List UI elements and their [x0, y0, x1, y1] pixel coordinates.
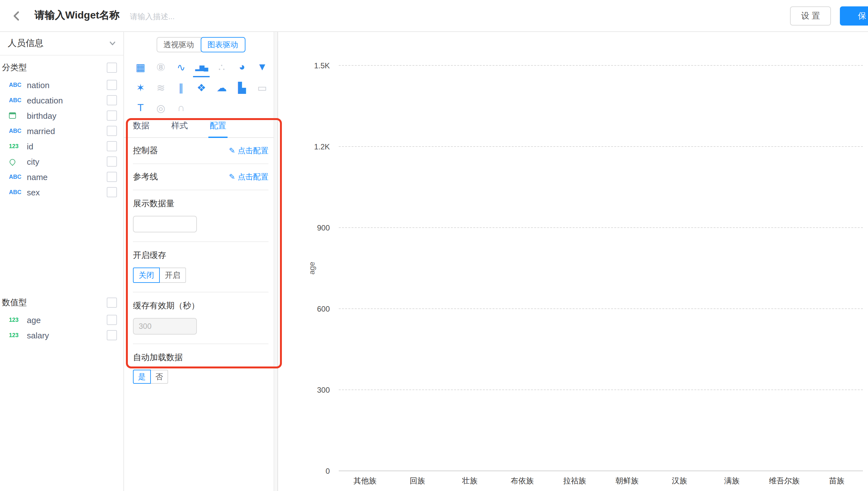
category-select-all-checkbox[interactable]: [107, 63, 117, 73]
chart-type-gauge-icon[interactable]: ◎: [151, 99, 171, 116]
field-name: age: [27, 315, 107, 325]
widget-name-input[interactable]: 请输入Widget名称: [34, 9, 119, 22]
field-row-married[interactable]: ABCmarried: [0, 123, 124, 139]
tab-data[interactable]: 数据: [132, 120, 151, 137]
x-tick-label: 壮族: [443, 476, 496, 487]
edit-icon: ✎: [229, 146, 235, 155]
field-checkbox-married[interactable]: [107, 126, 117, 136]
y-axis-title: age: [307, 262, 317, 275]
chart-type-sankey-icon[interactable]: ≋: [151, 79, 171, 96]
pivot-drive-button[interactable]: 透视驱动: [156, 37, 201, 52]
display-count-section: 展示数据量: [133, 190, 268, 242]
field-row-age[interactable]: 123age: [0, 312, 124, 327]
x-tick-label: 朝鲜族: [601, 476, 653, 487]
field-row-city[interactable]: city: [0, 154, 124, 169]
edit-icon: ✎: [229, 172, 235, 181]
header-actions: 设 置 保 存: [790, 6, 868, 25]
controller-configure-link[interactable]: ✎ 点击配置: [229, 145, 268, 156]
field-type-ABC-icon: ABC: [9, 189, 26, 195]
field-checkbox-sex[interactable]: [107, 187, 117, 197]
tab-style[interactable]: 样式: [170, 120, 189, 137]
chart-type-iframe-icon[interactable]: ▭: [252, 79, 272, 96]
field-row-nation[interactable]: ABCnation: [0, 77, 124, 93]
widget-description-input[interactable]: 请输入描述...: [130, 11, 174, 22]
tab-config[interactable]: 配置: [208, 120, 227, 138]
chart-type-scorecard-icon[interactable]: ⑧: [151, 59, 171, 75]
field-type-123-icon: 123: [9, 317, 26, 323]
field-row-salary[interactable]: 123salary: [0, 327, 124, 343]
field-checkbox-nation[interactable]: [107, 80, 117, 90]
field-type-ABC-icon: ABC: [9, 97, 26, 104]
widget-editor: 请输入Widget名称 请输入描述... 设 置 保 存 人员信息 分类型 AB…: [0, 0, 868, 491]
chart-type-wordcloud-icon[interactable]: ☁: [212, 79, 232, 96]
field-checkbox-name[interactable]: [107, 172, 117, 182]
field-name: id: [27, 141, 107, 151]
chart-drive-button[interactable]: 图表驱动: [200, 37, 245, 52]
autoload-yes-button[interactable]: 是: [133, 370, 151, 384]
field-name: married: [27, 126, 107, 136]
field-name: salary: [27, 330, 107, 340]
bar-chart-plot: 03006009001.2K1.5K其他族回族壮族布依族拉祜族朝鲜族汉族满族维吾…: [339, 66, 863, 471]
x-tick-label: 苗族: [811, 476, 863, 487]
field-checkbox-age[interactable]: [107, 315, 117, 325]
autoload-toggle-group: 是否: [133, 370, 268, 384]
view-selector[interactable]: 人员信息: [0, 32, 124, 56]
x-tick-label: 拉祜族: [548, 476, 601, 487]
cache-toggle-group: 关闭开启: [133, 267, 268, 283]
numeric-section-header: 数值型: [0, 293, 124, 312]
category-section-header: 分类型: [0, 58, 124, 77]
field-checkbox-id[interactable]: [107, 141, 117, 151]
reference-line-configure-link[interactable]: ✎ 点击配置: [229, 171, 268, 182]
cache-off-button[interactable]: 关闭: [133, 267, 160, 283]
field-checkbox-education[interactable]: [107, 95, 117, 105]
field-row-id[interactable]: 123id: [0, 139, 124, 154]
numeric-select-all-checkbox[interactable]: [107, 297, 117, 308]
field-checkbox-city[interactable]: [107, 156, 117, 167]
cache-expire-section: 缓存有效期（秒）: [133, 292, 268, 344]
field-row-education[interactable]: ABCeducation: [0, 93, 124, 108]
chart-type-parallel-icon[interactable]: ∥: [171, 79, 191, 96]
chart-type-pie-icon[interactable]: ◕: [232, 59, 252, 75]
chart-type-map-icon[interactable]: ❖: [191, 79, 211, 96]
cache-expire-input[interactable]: [133, 318, 197, 335]
chart-type-table-icon[interactable]: ▦: [130, 59, 151, 75]
back-button[interactable]: [9, 8, 24, 23]
chart-type-dial-icon[interactable]: ∩: [171, 99, 191, 116]
autoload-no-button[interactable]: 否: [150, 370, 168, 384]
field-name: nation: [27, 80, 107, 90]
x-tick-label: 回族: [391, 476, 443, 487]
field-row-birthday[interactable]: birthday: [0, 108, 124, 123]
autoload-label: 自动加载数据: [133, 352, 268, 363]
chart-type-bar-icon[interactable]: ▂▆▄: [191, 59, 211, 75]
chart-type-scatter-icon[interactable]: ∴: [212, 59, 232, 75]
y-tick-label: 600: [286, 305, 330, 314]
chart-type-radar-icon[interactable]: ✶: [130, 79, 151, 96]
x-tick-label: 其他族: [339, 476, 391, 487]
settings-button[interactable]: 设 置: [790, 6, 831, 25]
main-area: 人员信息 分类型 ABCnationABCeducationbirthdayAB…: [0, 32, 868, 491]
panel-tabs: 数据样式配置: [124, 120, 277, 138]
config-panel: 透视驱动图表驱动 ▦⑧∿▂▆▄∴◕▼✶≋∥❖☁▙▭T◎∩ 数据样式配置 控制器 …: [124, 32, 278, 491]
y-tick-label: 300: [286, 386, 330, 395]
chevron-left-icon: [11, 10, 22, 21]
save-button[interactable]: 保 存: [840, 6, 868, 25]
field-sidebar: 人员信息 分类型 ABCnationABCeducationbirthdayAB…: [0, 32, 124, 491]
field-type-ABC-icon: ABC: [9, 82, 26, 88]
display-count-input[interactable]: [133, 216, 197, 232]
chevron-down-icon: [109, 40, 116, 47]
chart-type-waterfall-icon[interactable]: ▙: [232, 79, 252, 96]
field-row-name[interactable]: ABCname: [0, 169, 124, 184]
numeric-section-label: 数值型: [2, 297, 27, 308]
drive-mode-toggle: 透视驱动图表驱动: [124, 37, 277, 52]
field-row-sex[interactable]: ABCsex: [0, 184, 124, 200]
chart-type-line-icon[interactable]: ∿: [171, 59, 191, 75]
cache-on-button[interactable]: 开启: [159, 267, 186, 283]
chart-type-funnel-icon[interactable]: ▼: [252, 59, 272, 75]
field-checkbox-salary[interactable]: [107, 330, 117, 340]
field-name: name: [27, 172, 107, 182]
field-checkbox-birthday[interactable]: [107, 111, 117, 121]
x-tick-label: 满族: [706, 476, 758, 487]
view-name: 人员信息: [8, 38, 44, 49]
field-type-date-icon: [9, 112, 26, 119]
chart-type-text-icon[interactable]: T: [130, 99, 151, 116]
